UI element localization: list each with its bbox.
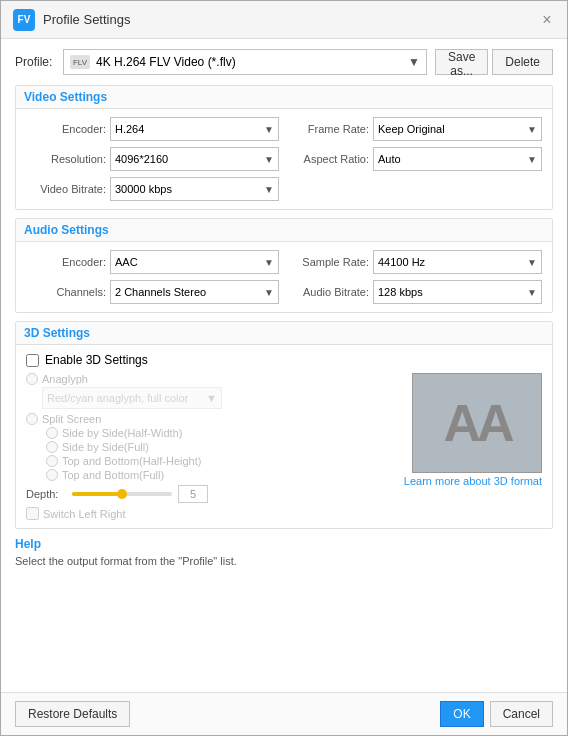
dialog-window: FV Profile Settings × Profile: FLV 4K H.…	[0, 0, 568, 736]
depth-slider-thumb	[117, 489, 127, 499]
footer: Restore Defaults OK Cancel	[1, 692, 567, 735]
enable-3d-checkbox[interactable]	[26, 354, 39, 367]
split-option-3-row: Top and Bottom(Half-Height)	[46, 455, 394, 467]
app-icon-label: FV	[18, 14, 31, 25]
profile-value: 4K H.264 FLV Video (*.flv)	[96, 55, 236, 69]
split-option-2-label: Side by Side(Full)	[62, 441, 149, 453]
anaglyph-select[interactable]: Red/cyan anaglyph, full color ▼	[42, 387, 222, 409]
audio-encoder-select[interactable]: AAC ▼	[110, 250, 279, 274]
audio-settings-title: Audio Settings	[16, 219, 552, 242]
profile-arrow: ▼	[408, 55, 420, 69]
profile-label: Profile:	[15, 55, 55, 69]
d3-settings-section: 3D Settings Enable 3D Settings Anaglyph	[15, 321, 553, 529]
audio-settings-body: Encoder: AAC ▼ Sample Rate: 44100 Hz ▼	[16, 242, 552, 312]
video-bitrate-label: Video Bitrate:	[26, 183, 106, 195]
split-option-3-radio[interactable]	[46, 455, 58, 467]
audio-bitrate-row: Audio Bitrate: 128 kbps ▼	[289, 280, 542, 304]
frame-rate-select[interactable]: Keep Original ▼	[373, 117, 542, 141]
title-bar-left: FV Profile Settings	[13, 9, 130, 31]
split-option-2-row: Side by Side(Full)	[46, 441, 394, 453]
video-fields-grid: Encoder: H.264 ▼ Frame Rate: Keep Origin…	[26, 117, 542, 201]
anaglyph-radio-row: Anaglyph	[26, 373, 394, 385]
resolution-row: Resolution: 4096*2160 ▼	[26, 147, 279, 171]
split-screen-radio[interactable]	[26, 413, 38, 425]
footer-right: OK Cancel	[440, 701, 553, 727]
profile-buttons: Save as... Delete	[435, 49, 553, 75]
audio-encoder-label: Encoder:	[26, 256, 106, 268]
preview-text: AA	[443, 393, 510, 453]
dialog-title: Profile Settings	[43, 12, 130, 27]
split-option-1-row: Side by Side(Half-Width)	[46, 427, 394, 439]
delete-button[interactable]: Delete	[492, 49, 553, 75]
channels-row: Channels: 2 Channels Stereo ▼	[26, 280, 279, 304]
split-option-2-radio[interactable]	[46, 441, 58, 453]
d3-body: Anaglyph Red/cyan anaglyph, full color ▼…	[26, 373, 542, 520]
enable-3d-row: Enable 3D Settings	[26, 353, 542, 367]
depth-value[interactable]: 5	[178, 485, 208, 503]
split-screen-label: Split Screen	[42, 413, 101, 425]
switch-row: Switch Left Right	[26, 507, 394, 520]
split-option-3-label: Top and Bottom(Half-Height)	[62, 455, 201, 467]
split-option-4-row: Top and Bottom(Full)	[46, 469, 394, 481]
learn-more-link[interactable]: Learn more about 3D format	[404, 475, 542, 487]
video-bitrate-row: Video Bitrate: 30000 kbps ▼	[26, 177, 279, 201]
resolution-label: Resolution:	[26, 153, 106, 165]
anaglyph-radio[interactable]	[26, 373, 38, 385]
d3-settings-title: 3D Settings	[16, 322, 552, 345]
help-text: Select the output format from the "Profi…	[15, 555, 553, 567]
help-section: Help Select the output format from the "…	[15, 537, 553, 567]
sample-rate-row: Sample Rate: 44100 Hz ▼	[289, 250, 542, 274]
split-option-1-radio[interactable]	[46, 427, 58, 439]
video-bitrate-select[interactable]: 30000 kbps ▼	[110, 177, 279, 201]
profile-select[interactable]: FLV 4K H.264 FLV Video (*.flv) ▼	[63, 49, 427, 75]
split-option-4-radio[interactable]	[46, 469, 58, 481]
aspect-ratio-select[interactable]: Auto ▼	[373, 147, 542, 171]
d3-left: Anaglyph Red/cyan anaglyph, full color ▼…	[26, 373, 394, 520]
depth-slider[interactable]	[72, 492, 172, 496]
enable-3d-label: Enable 3D Settings	[45, 353, 148, 367]
audio-settings-section: Audio Settings Encoder: AAC ▼ Sample Rat…	[15, 218, 553, 313]
flv-icon: FLV	[70, 55, 90, 69]
split-option-1-label: Side by Side(Half-Width)	[62, 427, 182, 439]
close-button[interactable]: ×	[539, 12, 555, 28]
help-title: Help	[15, 537, 553, 551]
ok-button[interactable]: OK	[440, 701, 483, 727]
video-settings-body: Encoder: H.264 ▼ Frame Rate: Keep Origin…	[16, 109, 552, 209]
channels-select[interactable]: 2 Channels Stereo ▼	[110, 280, 279, 304]
title-bar: FV Profile Settings ×	[1, 1, 567, 39]
d3-settings-body: Enable 3D Settings Anaglyph Red/cyan ana…	[16, 345, 552, 528]
audio-bitrate-select[interactable]: 128 kbps ▼	[373, 280, 542, 304]
split-screen-radio-row: Split Screen	[26, 413, 394, 425]
channels-label: Channels:	[26, 286, 106, 298]
profile-row: Profile: FLV 4K H.264 FLV Video (*.flv) …	[15, 49, 553, 75]
aspect-ratio-label: Aspect Ratio:	[289, 153, 369, 165]
depth-label: Depth:	[26, 488, 66, 500]
audio-bitrate-label: Audio Bitrate:	[289, 286, 369, 298]
split-option-4-label: Top and Bottom(Full)	[62, 469, 164, 481]
encoder-label: Encoder:	[26, 123, 106, 135]
frame-rate-row: Frame Rate: Keep Original ▼	[289, 117, 542, 141]
switch-lr-label: Switch Left Right	[43, 508, 126, 520]
encoder-row: Encoder: H.264 ▼	[26, 117, 279, 141]
depth-slider-fill	[72, 492, 122, 496]
resolution-select[interactable]: 4096*2160 ▼	[110, 147, 279, 171]
restore-defaults-button[interactable]: Restore Defaults	[15, 701, 130, 727]
sample-rate-label: Sample Rate:	[289, 256, 369, 268]
app-icon: FV	[13, 9, 35, 31]
cancel-button[interactable]: Cancel	[490, 701, 553, 727]
audio-encoder-row: Encoder: AAC ▼	[26, 250, 279, 274]
frame-rate-label: Frame Rate:	[289, 123, 369, 135]
video-settings-title: Video Settings	[16, 86, 552, 109]
depth-row: Depth: 5	[26, 485, 394, 503]
aspect-ratio-row: Aspect Ratio: Auto ▼	[289, 147, 542, 171]
save-as-button[interactable]: Save as...	[435, 49, 488, 75]
switch-lr-checkbox[interactable]	[26, 507, 39, 520]
encoder-select[interactable]: H.264 ▼	[110, 117, 279, 141]
audio-fields-grid: Encoder: AAC ▼ Sample Rate: 44100 Hz ▼	[26, 250, 542, 304]
sample-rate-select[interactable]: 44100 Hz ▼	[373, 250, 542, 274]
dialog-content: Profile: FLV 4K H.264 FLV Video (*.flv) …	[1, 39, 567, 692]
anaglyph-label: Anaglyph	[42, 373, 88, 385]
d3-preview: AA	[412, 373, 542, 473]
d3-right: AA Learn more about 3D format	[404, 373, 542, 520]
video-settings-section: Video Settings Encoder: H.264 ▼ Frame Ra…	[15, 85, 553, 210]
